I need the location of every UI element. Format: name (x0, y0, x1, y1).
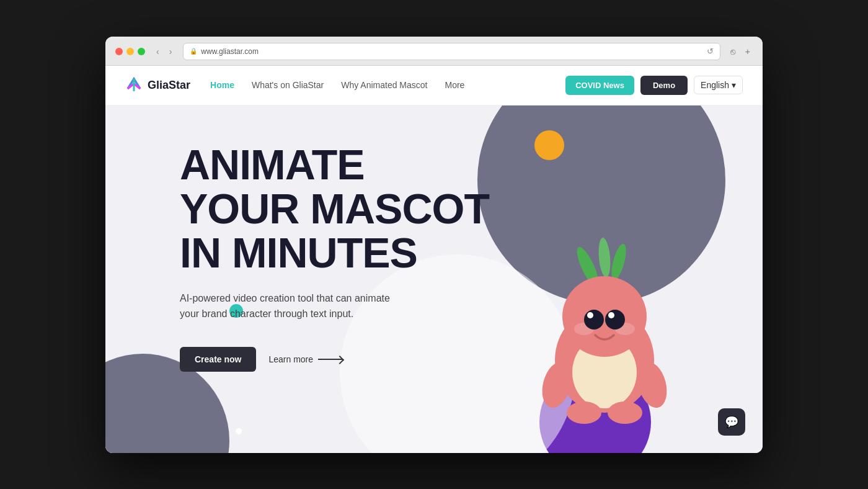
learn-more-label: Learn more (268, 354, 313, 364)
svg-point-7 (562, 276, 647, 357)
reload-icon[interactable]: ↺ (707, 47, 714, 56)
browser-window: ‹ › 🔒 www.gliastar.com ↺ ⎋ + GliaStar Ho… (105, 37, 763, 453)
minimize-traffic-light[interactable] (126, 48, 134, 55)
nav-home[interactable]: Home (210, 80, 234, 90)
share-button[interactable]: ⎋ (728, 45, 738, 58)
hero-buttons: Create now Learn more (180, 347, 489, 372)
hero-title-line1: ANIMATE (180, 141, 365, 188)
forward-button[interactable]: › (166, 45, 176, 58)
logo-text: GliaStar (148, 79, 190, 92)
mascot-character (515, 230, 688, 428)
logo-icon (125, 76, 143, 94)
orange-ball (534, 130, 564, 160)
chevron-down-icon: ▾ (732, 80, 736, 90)
lock-icon: 🔒 (190, 48, 197, 55)
language-label: English (701, 80, 729, 90)
browser-actions: ⎋ + (728, 45, 753, 58)
hero-description: AI-powered video creation tool that can … (180, 290, 403, 322)
hero-section: ANIMATE YOUR MASCOT IN MINUTES AI-powere… (105, 105, 763, 453)
svg-point-3 (597, 237, 612, 277)
address-bar[interactable]: 🔒 www.gliastar.com ↺ (183, 43, 720, 60)
svg-point-16 (567, 402, 601, 424)
url-text: www.gliastar.com (201, 47, 259, 56)
svg-point-10 (584, 310, 604, 330)
nav-actions: COVID News Demo English ▾ (565, 76, 743, 95)
chat-icon: 💬 (725, 415, 738, 429)
maximize-traffic-light[interactable] (138, 48, 145, 55)
browser-chrome: ‹ › 🔒 www.gliastar.com ↺ ⎋ + (105, 37, 763, 66)
mascot-svg (515, 230, 688, 428)
demo-button[interactable]: Demo (640, 76, 688, 95)
learn-more-link[interactable]: Learn more (268, 354, 343, 364)
svg-point-11 (605, 310, 625, 330)
hero-title: ANIMATE YOUR MASCOT IN MINUTES (180, 143, 489, 276)
nav-links: Home What's on GliaStar Why Animated Mas… (210, 80, 546, 90)
chat-button[interactable]: 💬 (718, 408, 745, 436)
logo[interactable]: GliaStar (125, 76, 190, 94)
navbar: GliaStar Home What's on GliaStar Why Ani… (105, 66, 763, 105)
nav-animated-mascot[interactable]: Why Animated Mascot (341, 80, 427, 90)
svg-point-4 (609, 242, 629, 281)
white-dot (236, 428, 242, 434)
close-traffic-light[interactable] (115, 48, 123, 55)
hero-title-line2: YOUR MASCOT (180, 185, 489, 232)
hero-title-line3: IN MINUTES (180, 229, 417, 276)
nav-whats-on[interactable]: What's on GliaStar (252, 80, 324, 90)
svg-point-12 (587, 312, 593, 318)
hero-content: ANIMATE YOUR MASCOT IN MINUTES AI-powere… (180, 143, 489, 372)
learn-more-arrow (318, 359, 343, 360)
back-button[interactable]: ‹ (153, 45, 163, 58)
create-now-button[interactable]: Create now (180, 347, 256, 372)
svg-point-17 (608, 402, 642, 424)
nav-more[interactable]: More (445, 80, 465, 90)
new-tab-button[interactable]: + (743, 45, 753, 58)
covid-news-button[interactable]: COVID News (565, 76, 634, 95)
language-selector[interactable]: English ▾ (694, 76, 743, 94)
browser-nav-buttons: ‹ › (153, 45, 175, 58)
traffic-lights (115, 48, 145, 55)
svg-point-13 (608, 312, 614, 318)
